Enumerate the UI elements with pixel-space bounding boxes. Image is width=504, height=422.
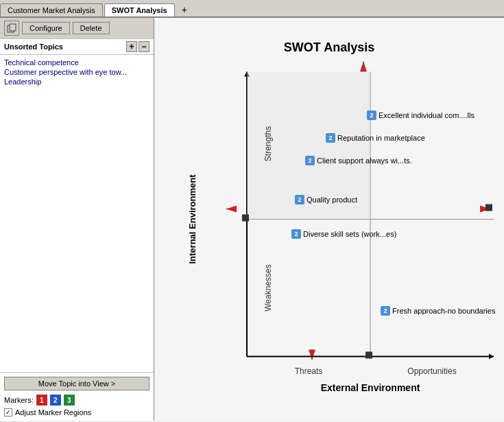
- remove-topic-button[interactable]: −: [139, 41, 149, 52]
- item-text: Excellent individual com....lls: [379, 111, 475, 119]
- move-topic-button[interactable]: Move Topic into View >: [4, 377, 149, 390]
- topics-list: Technical competence Customer perspectiv…: [0, 55, 154, 372]
- copy-icon-button[interactable]: [4, 21, 19, 36]
- item-text: Quality product: [307, 196, 357, 204]
- swot-item-reputation[interactable]: 2 Reputation in marketplace: [326, 133, 425, 143]
- sidebar: Configure Delete Unsorted Topics + − Tec…: [0, 18, 154, 421]
- unsorted-controls: + −: [126, 41, 149, 52]
- list-item[interactable]: Customer perspective with eye tow...: [4, 67, 149, 77]
- unsorted-topics-label: Unsorted Topics: [4, 43, 63, 51]
- tab-add-button[interactable]: +: [176, 3, 193, 16]
- svg-marker-12: [489, 354, 494, 360]
- item-text: Diverse skill sets (work...es): [303, 230, 396, 238]
- item-text: Fresh approach-no boundaries: [392, 307, 495, 315]
- item-text: Client support always wi...ts.: [317, 156, 412, 165]
- main-layout: Configure Delete Unsorted Topics + − Tec…: [0, 18, 504, 421]
- markers-row: Markers: 1 2 3: [4, 395, 149, 406]
- adjust-marker-label: Adjust Marker Regions: [15, 408, 91, 417]
- svg-text:Internal Environment: Internal Environment: [187, 174, 197, 264]
- item-badge-2: 2: [381, 306, 390, 316]
- swot-item-quality[interactable]: 2 Quality product: [295, 195, 357, 204]
- tab-bar: Customer Market Analysis SWOT Analysis +: [0, 0, 504, 18]
- sidebar-toolbar: Configure Delete: [0, 18, 154, 39]
- item-badge-2: 2: [326, 133, 335, 143]
- item-badge-2: 2: [291, 229, 301, 239]
- marker-2-badge[interactable]: 2: [50, 395, 61, 406]
- swot-item-fresh[interactable]: 2 Fresh approach-no boundaries: [381, 306, 495, 316]
- item-badge-2: 2: [367, 110, 376, 120]
- configure-button[interactable]: Configure: [22, 22, 70, 34]
- svg-text:Opportunities: Opportunities: [407, 366, 456, 376]
- chart-area: SWOT Analysis: [154, 18, 504, 421]
- list-item[interactable]: Technical competence: [4, 58, 149, 67]
- svg-rect-20: [485, 204, 492, 211]
- item-badge-2: 2: [295, 195, 304, 204]
- swot-item-diverse[interactable]: 2 Diverse skill sets (work...es): [291, 229, 396, 239]
- item-badge-2: 2: [305, 156, 315, 165]
- marker-1-badge[interactable]: 1: [36, 395, 47, 406]
- svg-text:External Environment: External Environment: [321, 382, 420, 393]
- tab-swot-analysis[interactable]: SWOT Analysis: [104, 3, 175, 16]
- svg-rect-19: [365, 352, 372, 359]
- list-item[interactable]: Leadership: [4, 77, 149, 86]
- unsorted-topics-header: Unsorted Topics + −: [0, 39, 154, 55]
- svg-rect-18: [242, 215, 249, 222]
- marker-3-badge[interactable]: 3: [64, 395, 75, 406]
- svg-text:SWOT Analysis: SWOT Analysis: [284, 40, 374, 54]
- add-topic-button[interactable]: +: [126, 41, 137, 52]
- item-text: Reputation in marketplace: [337, 134, 425, 142]
- markers-label: Markers:: [4, 396, 34, 404]
- adjust-marker-checkbox[interactable]: ✓: [4, 408, 12, 417]
- adjust-row: ✓ Adjust Marker Regions: [4, 408, 149, 417]
- svg-text:Weaknesses: Weaknesses: [263, 264, 273, 311]
- swot-item-client-support[interactable]: 2 Client support always wi...ts.: [305, 156, 412, 165]
- tab-customer-market[interactable]: Customer Market Analysis: [0, 3, 103, 16]
- svg-rect-1: [10, 24, 16, 31]
- sidebar-footer: Move Topic into View > Markers: 1 2 3 ✓ …: [0, 372, 154, 421]
- svg-text:Strengths: Strengths: [263, 126, 273, 161]
- swot-item-excellent[interactable]: 2 Excellent individual com....lls: [367, 110, 475, 120]
- delete-button[interactable]: Delete: [73, 22, 110, 34]
- svg-text:Threats: Threats: [295, 366, 323, 376]
